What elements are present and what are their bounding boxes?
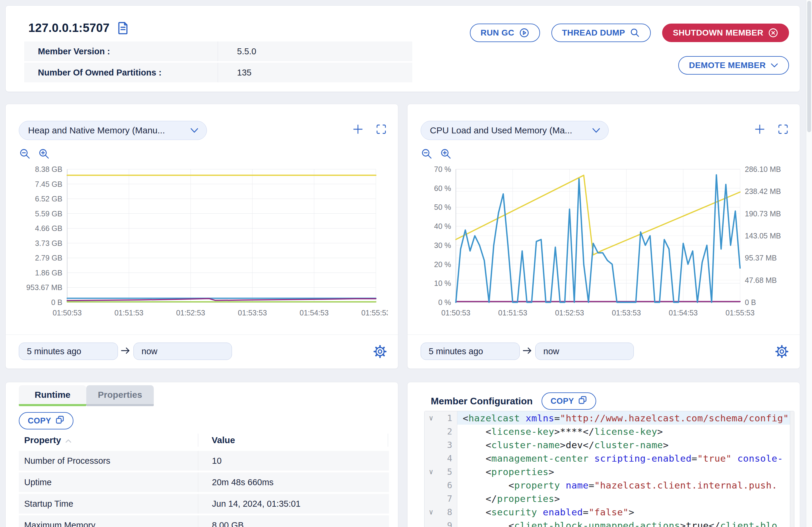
svg-text:1.86 GB: 1.86 GB: [35, 268, 62, 277]
member-title-row: 127.0.0.1:5707: [28, 21, 129, 34]
member-version-value: 5.5.0: [218, 42, 412, 61]
svg-text:0 %: 0 %: [438, 298, 451, 306]
code-line: 7 </properties>: [424, 492, 794, 505]
table-row: Number of Processors 10: [19, 451, 389, 471]
metric-select-cpu[interactable]: CPU Load and Used Memory (Ma...: [421, 121, 609, 140]
zoom-out-icon[interactable]: [19, 148, 31, 160]
line-number: 9: [438, 519, 457, 527]
metric-select-heap[interactable]: Heap and Native Memory (Manu...: [19, 121, 207, 140]
svg-text:190.73 MB: 190.73 MB: [745, 209, 781, 218]
line-number: 1: [438, 411, 457, 425]
code-line: 2 <license-key>****</license-key>: [424, 425, 794, 438]
code-line: ∨8 <security enabled="false">: [424, 505, 794, 519]
code-scrollbar[interactable]: [790, 411, 794, 527]
scrollbar-thumb[interactable]: [807, 1, 811, 132]
add-chart-icon[interactable]: [352, 124, 363, 135]
svg-text:20 %: 20 %: [434, 260, 451, 268]
value-cell: Jun 14, 2024, 01:35:01: [198, 494, 389, 514]
owned-partitions-value: 135: [218, 63, 412, 82]
fold-chevron-icon[interactable]: ∨: [424, 411, 438, 425]
property-cell: Maximum Memory: [19, 515, 198, 527]
runtime-table: Number of Processors 10 Uptime 20m 48s 6…: [19, 451, 389, 527]
copy-runtime-button[interactable]: COPY: [19, 412, 73, 429]
line-number: 2: [438, 425, 457, 438]
chart-settings-gear-icon[interactable]: [374, 345, 387, 358]
tab-runtime[interactable]: Runtime: [19, 385, 86, 406]
svg-text:0 B: 0 B: [51, 298, 62, 306]
tab-properties[interactable]: Properties: [86, 385, 154, 406]
copy-config-button[interactable]: COPY: [541, 392, 596, 410]
svg-text:01:55:53: 01:55:53: [725, 309, 754, 317]
heap-memory-chart: 0 B953.67 MB1.86 GB2.79 GB3.73 GB4.66 GB…: [16, 164, 388, 324]
code-text: <cluster-name>dev</cluster-name>: [457, 438, 794, 452]
fullscreen-icon[interactable]: [778, 124, 788, 135]
run-gc-button[interactable]: RUN GC: [470, 24, 540, 42]
svg-text:01:52:53: 01:52:53: [176, 309, 205, 317]
svg-text:953.67 MB: 953.67 MB: [26, 283, 62, 292]
line-number: 6: [438, 478, 457, 492]
member-version-label: Member Version :: [24, 42, 218, 61]
line-number: 4: [438, 452, 457, 465]
svg-text:60 %: 60 %: [434, 184, 451, 192]
value-cell: 10: [198, 451, 389, 471]
column-divider: [198, 434, 198, 447]
page-scrollbar[interactable]: [806, 0, 812, 527]
time-to-input[interactable]: now: [133, 342, 232, 360]
value-cell: 20m 48s 660ms: [198, 472, 389, 492]
fold-gutter: [424, 438, 438, 452]
time-from-input[interactable]: 5 minutes ago: [19, 342, 118, 360]
info-row-partitions: Number Of Owned Partitions : 135: [24, 63, 412, 82]
svg-text:4.66 GB: 4.66 GB: [35, 224, 62, 233]
cpu-memory-chart: 0 %10 %20 %30 %40 %50 %60 %70 %0 B47.68 …: [418, 164, 789, 324]
svg-text:01:50:53: 01:50:53: [53, 309, 82, 317]
code-text: <security enabled="false">: [457, 505, 794, 519]
svg-text:40 %: 40 %: [434, 222, 451, 230]
member-info-table: Member Version : 5.5.0 Number Of Owned P…: [24, 42, 412, 84]
fold-chevron-icon[interactable]: ∨: [424, 465, 438, 478]
play-circle-icon: [519, 28, 529, 38]
svg-text:01:54:53: 01:54:53: [300, 309, 329, 317]
copy-address-icon[interactable]: [117, 22, 129, 34]
chevron-down-icon: [190, 125, 199, 135]
svg-text:238.42 MB: 238.42 MB: [745, 187, 781, 195]
demote-member-button[interactable]: DEMOTE MEMBER: [678, 56, 789, 75]
time-from-input[interactable]: 5 minutes ago: [421, 342, 520, 360]
column-property[interactable]: Property: [19, 435, 198, 445]
svg-text:2.79 GB: 2.79 GB: [35, 254, 62, 262]
fold-gutter: [424, 425, 438, 438]
fold-gutter: [424, 492, 438, 505]
page-title: 127.0.0.1:5707: [28, 21, 110, 34]
fold-chevron-icon[interactable]: ∨: [424, 505, 438, 519]
member-configuration-card: Member Configuration COPY ∨1<hazelcast x…: [407, 382, 800, 527]
code-line: 9 <client-block-unmapped-actions>true</c…: [424, 519, 794, 527]
sort-asc-icon: [65, 435, 72, 445]
svg-text:01:53:53: 01:53:53: [238, 309, 267, 317]
code-line: 6 <property name="hazelcast.client.inter…: [424, 478, 794, 492]
runtime-table-header: Property Value: [19, 433, 389, 447]
time-to-input[interactable]: now: [535, 342, 634, 360]
copy-icon: [578, 396, 587, 407]
add-chart-icon[interactable]: [754, 124, 765, 135]
runtime-card: Runtime Properties COPY Property Value N…: [5, 382, 398, 527]
svg-text:286.10 MB: 286.10 MB: [745, 165, 781, 173]
svg-text:6.52 GB: 6.52 GB: [35, 194, 62, 203]
fold-gutter: [424, 478, 438, 492]
shutdown-member-button[interactable]: SHUTDOWN MEMBER: [662, 24, 789, 42]
zoom-in-icon[interactable]: [440, 148, 452, 160]
value-cell: 8.00 GB: [198, 515, 389, 527]
code-line: 4 <management-center scripting-enabled="…: [424, 452, 794, 465]
thread-dump-button[interactable]: THREAD DUMP: [551, 24, 651, 42]
zoom-out-icon[interactable]: [421, 148, 433, 160]
x-circle-icon: [768, 28, 778, 38]
config-code: ∨1<hazelcast xmlns="http://www.hazelcast…: [424, 411, 794, 527]
copy-icon: [56, 415, 64, 426]
line-number: 7: [438, 492, 457, 505]
owned-partitions-label: Number Of Owned Partitions :: [24, 63, 218, 82]
fullscreen-icon[interactable]: [376, 124, 387, 135]
chart-settings-gear-icon[interactable]: [775, 345, 788, 358]
fold-gutter: [424, 519, 438, 527]
code-line: ∨1<hazelcast xmlns="http://www.hazelcast…: [424, 411, 794, 425]
config-code-editor[interactable]: ∨1<hazelcast xmlns="http://www.hazelcast…: [424, 411, 794, 527]
zoom-in-icon[interactable]: [39, 148, 50, 160]
runtime-tabs: Runtime Properties: [19, 385, 154, 406]
